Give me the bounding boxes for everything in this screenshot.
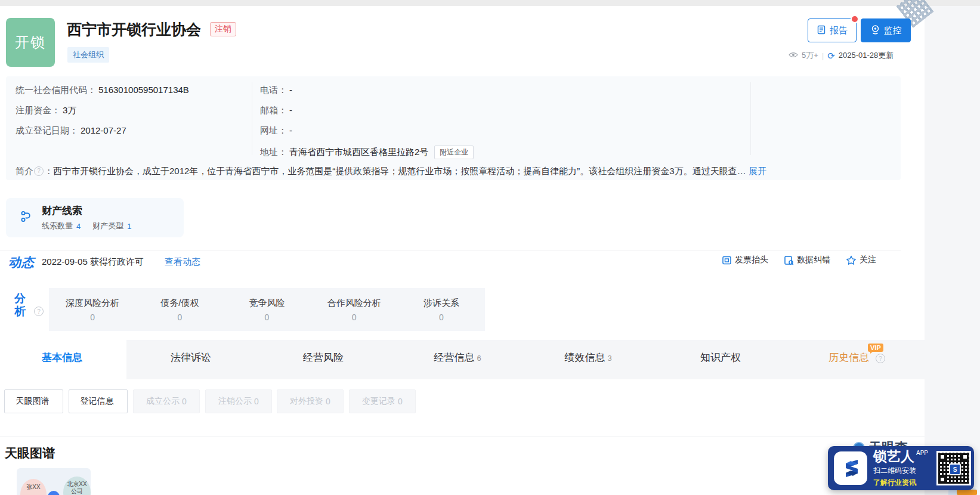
analysis-item-debt[interactable]: 债务/债权 0 [136,288,223,331]
tab-business-info[interactable]: 经营信息6 [434,351,481,364]
history-help-icon[interactable]: ? [876,354,885,363]
follow-button[interactable]: 关注 [846,255,876,265]
monitor-button-label: 监控 [884,25,902,36]
meta-separator: | [822,51,824,60]
report-button[interactable]: 报告 [808,18,857,42]
right-gutter [925,6,980,495]
app-banner-line1: 扫二维码安装 [873,466,933,476]
dynamics-logo: 动态 [8,254,35,271]
clue-count-value[interactable]: 4 [76,222,81,231]
subtab-graph[interactable]: 天眼图谱 [4,389,63,413]
app-suffix: APP [916,450,928,456]
analysis-logo: 分 析 [14,292,26,317]
dynamics-divider [0,250,901,250]
field-email: 邮箱：- [260,105,292,116]
subtab-registration-info[interactable]: 登记信息 [69,389,128,413]
analysis-item-deep-risk[interactable]: 深度风险分析 0 [49,288,136,331]
property-type-label: 财产类型 [92,221,123,231]
report-button-label: 报告 [830,25,848,36]
field-phone: 电话：- [260,85,292,96]
intro-help-icon[interactable]: ? [34,166,44,176]
monitor-camera-icon [870,24,880,36]
tab-intellectual-property[interactable]: 知识产权 [700,351,743,364]
app-banner-texts: 锁艺人 APP 扫二维码安装 了解行业资讯 [873,449,933,488]
tab-basic-info[interactable]: 基本信息 [42,351,85,364]
suoyiren-logo [834,451,867,485]
analysis-bar: 深度风险分析 0 债务/债权 0 竞争风险 0 合作风险分析 0 涉诉关系 0 [49,288,485,331]
dynamics-actions: 发票抬头 数据纠错 关注 [722,255,910,265]
report-doc-icon [817,25,826,36]
eye-icon [789,51,798,60]
property-clues-title: 财产线索 [42,204,131,218]
dynamics-event-text: 2022-09-05 获得行政许可 [42,256,144,268]
updated-date: 2025-01-28更新 [839,50,894,61]
intro-text: 西宁市开锁行业协会，成立于2012年，位于青海省西宁市，业务范围是“提供政策指导… [53,166,746,176]
star-icon [846,255,857,265]
invoice-icon [722,255,732,265]
analysis-item-litigation[interactable]: 涉诉关系 0 [398,288,485,331]
refresh-icon: ⟳ [827,51,835,60]
company-avatar: 开锁 [6,18,55,67]
graph-section-title: 天眼图谱 [5,445,55,462]
property-clue-icon [19,209,33,226]
field-established-date: 成立登记日期：2012-07-27 [16,125,126,137]
company-intro: 简介?：西宁市开锁行业协会，成立于2012年，位于青海省西宁市，业务范围是“提供… [16,166,895,177]
analysis-help-icon[interactable]: ? [34,307,44,316]
view-count: 5万+ [802,50,818,61]
monitor-button[interactable]: 监控 [861,18,911,42]
field-registered-capital: 注册资金：3万 [16,105,76,116]
company-name: 西宁市开锁行业协会 [67,20,201,39]
top-strip [0,0,980,6]
field-credit-code: 统一社会信用代码：51630100595017134B [16,85,189,96]
tab-operational-risk[interactable]: 经营风险 [303,351,346,364]
app-name: 锁艺人 [873,449,914,463]
widget-fragment-orange [957,490,977,495]
qr-center-logo: S [949,463,961,475]
tab-history-info[interactable]: 历史信息 [828,351,869,364]
vip-badge: VIP [868,344,883,352]
analysis-item-competition-risk[interactable]: 竞争风险 0 [223,288,310,331]
subtab-outbound-investment: 对外投资0 [277,389,344,413]
field-address: 地址：青海省西宁市城西区香格里拉路2号附近企业 [260,146,474,159]
org-type-tag[interactable]: 社会组织 [67,47,109,63]
invoice-title-button[interactable]: 发票抬头 [722,255,768,265]
field-website: 网址：- [260,125,292,137]
tab-performance-info[interactable]: 绩效信息3 [564,351,611,364]
subtab-establishment-notice: 成立公示0 [133,389,200,413]
company-profile-page: 开锁 西宁市开锁行业协会 注销 社会组织 报告 监控 5万+ | ⟳ 2025-… [0,0,980,495]
tab-legal-litigation[interactable]: 法律诉讼 [171,351,214,364]
clue-count-label: 线索数量 [42,221,73,231]
app-qr-code: S [936,451,971,485]
intro-expand-link[interactable]: 展开 [749,166,766,176]
page-meta-row: 5万+ | ⟳ 2025-01-28更新 [789,50,910,61]
subtab-cancellation-notice: 注销公示0 [205,389,272,413]
graph-node-hub [48,491,60,495]
graph-preview-card[interactable]: 张XX 北京XX 公司 [17,468,91,495]
view-dynamics-link[interactable]: 查看动态 [165,256,200,268]
property-clues-card[interactable]: 财产线索 线索数量 4 财产类型 1 [6,198,184,237]
subtab-change-records: 变更记录0 [349,389,416,413]
info-divider-1 [252,82,252,155]
graph-section-divider [0,437,925,437]
property-type-value[interactable]: 1 [127,222,131,231]
suoyiren-app-banner[interactable]: 锁艺人 APP 扫二维码安装 了解行业资讯 S [828,446,974,490]
data-correction-button[interactable]: 数据纠错 [784,255,830,265]
graph-node-company: 北京XX 公司 [63,477,91,495]
report-notification-dot [851,15,859,23]
company-info-box: 统一社会信用代码：51630100595017134B 注册资金：3万 成立登记… [6,76,901,180]
intro-label: 简介 [16,166,33,176]
property-clues-stats: 线索数量 4 财产类型 1 [42,221,131,231]
graph-node-person: 张XX [20,479,47,495]
analysis-item-cooperation-risk[interactable]: 合作风险分析 0 [311,288,398,331]
nearby-companies-button[interactable]: 附近企业 [434,146,474,159]
data-correction-icon [784,255,794,265]
info-divider-2 [750,82,751,155]
app-banner-line2: 了解行业资讯 [873,478,933,488]
status-badge-cancelled: 注销 [210,22,236,36]
